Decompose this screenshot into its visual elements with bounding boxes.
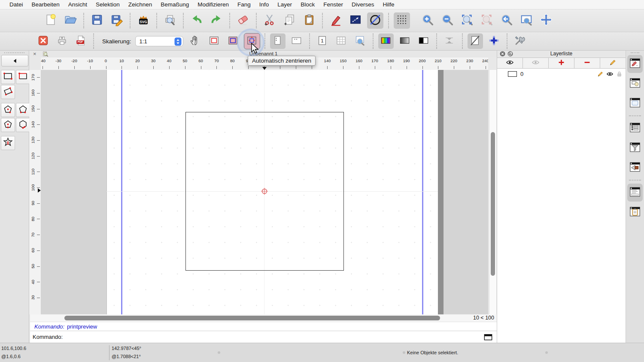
horizontal-scrollbar[interactable]: 10 < 100 (30, 314, 497, 322)
strip-drag-handle[interactable] (631, 52, 639, 53)
dock-view-toggle-button[interactable] (627, 159, 643, 177)
paste-button[interactable] (301, 12, 317, 29)
dock-separator (629, 115, 641, 116)
gray-mode-button[interactable] (397, 33, 413, 49)
menu-diverses[interactable]: Diverses (347, 1, 379, 8)
tools-back-button[interactable] (1, 55, 28, 66)
svg-export-button[interactable]: SVG (135, 12, 152, 29)
vertical-scrollbar[interactable] (489, 70, 496, 314)
layer-lock-button[interactable] (616, 70, 623, 78)
ruler-tick (37, 124, 40, 125)
print-preview-button[interactable] (162, 12, 178, 29)
new-file-button[interactable] (43, 12, 59, 29)
page-portrait-button[interactable] (270, 33, 286, 49)
zoom-out-button[interactable] (439, 12, 456, 29)
zoom-fit-button[interactable] (459, 12, 475, 29)
dock-layers-toggle-button[interactable] (627, 55, 643, 73)
hide-all-layers-button[interactable] (523, 58, 549, 68)
color-mode-button[interactable] (378, 33, 394, 49)
save-as-button[interactable] (109, 12, 125, 29)
zoom-in-button[interactable] (419, 12, 436, 29)
layer-row[interactable]: 0 (497, 69, 626, 78)
add-layer-button[interactable] (549, 58, 574, 68)
print-button[interactable] (54, 33, 70, 49)
grid-points-button[interactable] (394, 12, 410, 29)
toolbar-separator (156, 13, 157, 28)
dimension-button[interactable] (347, 12, 364, 29)
move-paper-button[interactable] (188, 33, 203, 49)
bw-mode-button[interactable] (416, 33, 431, 49)
menu-ansicht[interactable]: Ansicht (64, 1, 91, 8)
edit-layer-button[interactable] (597, 70, 604, 78)
menu-datei[interactable]: Datei (5, 1, 27, 8)
dock-library-toggle-button[interactable] (627, 94, 643, 112)
ruler-tick (37, 282, 40, 282)
dock-blocks-toggle-button[interactable] (627, 75, 643, 93)
grid-spacing-indicator: 10 < 100 (473, 315, 494, 321)
star-tool-button[interactable] (1, 136, 15, 150)
menu-bemaßung[interactable]: Bemaßung (156, 1, 193, 8)
page-landscape-button[interactable] (289, 33, 304, 49)
zoom-pan-button[interactable] (538, 12, 554, 29)
panel-float-button[interactable] (507, 51, 513, 57)
menu-bearbeiten[interactable]: Bearbeiten (27, 1, 64, 8)
rect-size-icon (17, 70, 29, 84)
draw-pencil-button[interactable] (328, 12, 344, 29)
copy-button[interactable] (281, 12, 298, 29)
dock-drag-handle[interactable] (4, 52, 24, 53)
page-slash-button[interactable] (468, 33, 483, 49)
crosshair-button[interactable] (486, 33, 502, 49)
vertical-scrollbar-thumb[interactable] (491, 132, 495, 276)
menu-modifizieren[interactable]: Modifizieren (193, 1, 233, 8)
menu-fang[interactable]: Fang (233, 1, 255, 8)
remove-layer-button[interactable] (574, 58, 600, 68)
close-preview-button[interactable] (35, 33, 51, 49)
save-button[interactable] (89, 12, 105, 29)
eraser-button[interactable] (235, 12, 251, 29)
multi-page-button[interactable] (334, 33, 349, 49)
dock-properties-toggle-button[interactable] (627, 119, 643, 137)
panel-close-button[interactable] (500, 51, 505, 57)
menu-selektion[interactable]: Selektion (91, 1, 124, 8)
hexagon-2point-tool-button[interactable] (16, 118, 30, 132)
circle-slash-button[interactable] (367, 12, 383, 29)
menu-zeichnen[interactable]: Zeichnen (124, 1, 157, 8)
rect-3point-tool-button[interactable] (1, 85, 15, 99)
menu-info[interactable]: Info (255, 1, 273, 8)
menu-hilfe[interactable]: Hilfe (378, 1, 398, 8)
cut-button[interactable] (261, 12, 278, 29)
paper-fixed-button[interactable] (225, 33, 241, 49)
rect-size-tool-button[interactable] (16, 70, 30, 84)
open-folder-button[interactable] (62, 12, 79, 29)
zoom-previous-button[interactable] (498, 12, 515, 29)
auto-center-button[interactable] (244, 33, 260, 49)
pdf-export-button[interactable]: PDF (73, 33, 88, 49)
horizontal-scrollbar-thumb[interactable] (64, 316, 440, 320)
dock-filter-toggle-button[interactable] (627, 139, 643, 157)
command-window-toggle-button[interactable] (484, 334, 492, 341)
drawing-canvas[interactable] (41, 70, 488, 314)
single-page-button[interactable]: 1 (315, 33, 330, 49)
menu-block[interactable]: Block (296, 1, 319, 8)
menu-fenster[interactable]: Fenster (319, 1, 347, 8)
polygon-center-vertex-tool-button[interactable] (1, 103, 15, 117)
undo-button[interactable] (188, 12, 205, 29)
draw-pencil-icon (329, 13, 342, 28)
back-arrow-icon (12, 57, 18, 64)
zoom-window-button[interactable] (518, 12, 535, 29)
app-settings-button[interactable] (512, 33, 528, 49)
layer-eye-button[interactable] (606, 70, 614, 78)
menu-layer[interactable]: Layer (273, 1, 296, 8)
polygon-2vertex-tool-button[interactable] (16, 103, 30, 117)
redo-button[interactable] (208, 12, 225, 29)
rect-2corner-tool-button[interactable] (1, 70, 15, 84)
dock-clipboard-toggle-button[interactable] (627, 203, 643, 221)
dock-command-toggle-button[interactable] (627, 184, 643, 202)
ruler-tick (43, 66, 43, 69)
paper-borders-button[interactable] (207, 33, 222, 49)
scale-select[interactable]: 1:1 (135, 36, 183, 46)
edit-layer-button[interactable] (600, 58, 626, 68)
polygon-center-side-tool-button[interactable] (1, 118, 15, 132)
page-zoom-button[interactable] (352, 33, 368, 49)
show-all-layers-button[interactable] (497, 58, 523, 68)
